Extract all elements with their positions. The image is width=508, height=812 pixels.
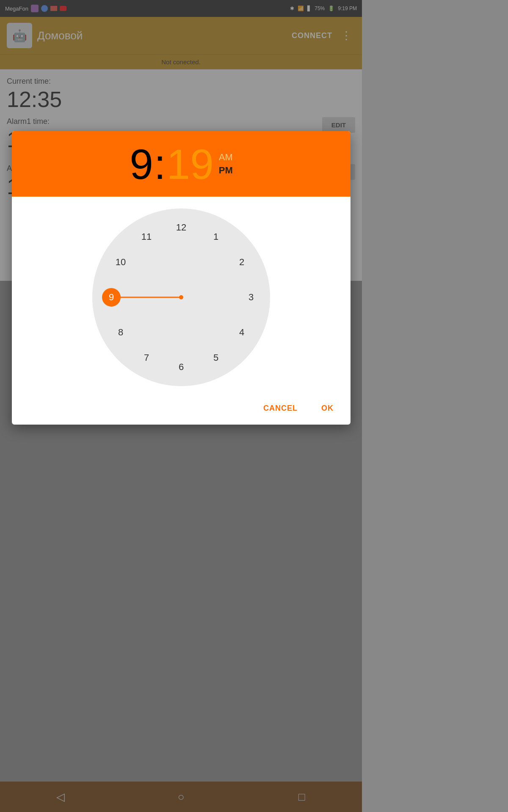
clock-center-dot xyxy=(179,295,183,299)
picker-hour-display[interactable]: 9 xyxy=(130,143,153,185)
clock-num-11[interactable]: 11 xyxy=(137,228,156,246)
picker-clock-area: 12 1 2 3 4 5 6 7 8 9 10 xyxy=(12,197,351,396)
clock-num-8[interactable]: 8 xyxy=(111,323,130,342)
clock-num-9[interactable]: 9 xyxy=(102,288,121,307)
ok-button[interactable]: OK xyxy=(315,400,340,417)
picker-colon: : xyxy=(154,143,166,185)
clock-num-5[interactable]: 5 xyxy=(207,348,225,367)
clock-num-4[interactable]: 4 xyxy=(232,323,251,342)
clock-num-12[interactable]: 12 xyxy=(172,218,190,237)
picker-minute-display[interactable]: 19 xyxy=(167,143,214,185)
clock-num-6[interactable]: 6 xyxy=(172,358,190,376)
clock-num-1[interactable]: 1 xyxy=(207,228,225,246)
clock-num-3[interactable]: 3 xyxy=(242,288,260,307)
clock-num-7[interactable]: 7 xyxy=(137,348,156,367)
clock-num-2[interactable]: 2 xyxy=(232,253,251,272)
picker-buttons: CANCEL OK xyxy=(12,396,351,425)
cancel-button[interactable]: CANCEL xyxy=(257,400,304,417)
clock-face[interactable]: 12 1 2 3 4 5 6 7 8 9 10 xyxy=(92,208,270,386)
picker-pm-button[interactable]: PM xyxy=(219,164,233,177)
picker-ampm: AM PM xyxy=(219,151,233,177)
picker-header: 9 : 19 AM PM xyxy=(12,131,351,197)
time-picker-dialog: 9 : 19 AM PM xyxy=(12,131,351,425)
picker-am-button[interactable]: AM xyxy=(219,151,233,164)
clock-num-10[interactable]: 10 xyxy=(111,253,130,272)
clock-face-wrapper[interactable]: 12 1 2 3 4 5 6 7 8 9 10 xyxy=(92,208,270,386)
